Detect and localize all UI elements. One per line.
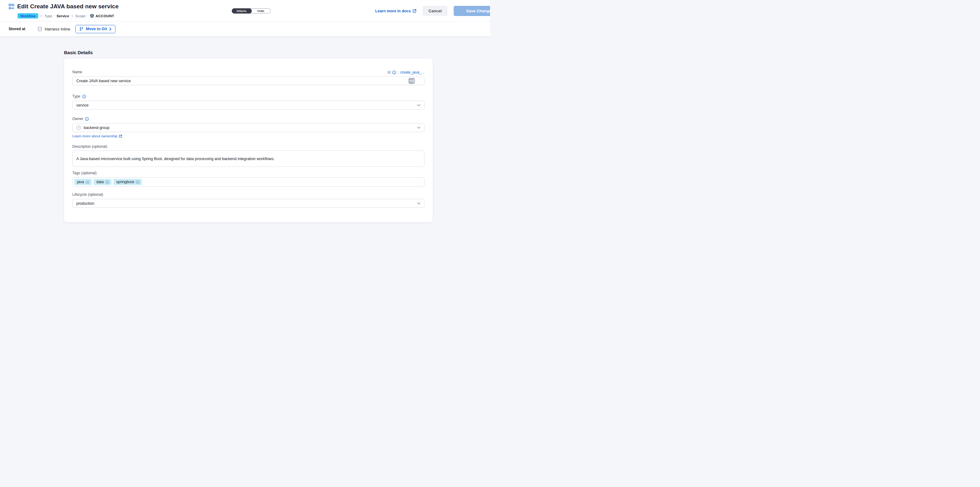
type-field-label: Type xyxy=(72,94,80,99)
lifecycle-label: Lifecycle (optional) xyxy=(72,192,425,197)
tag-chip-label: java xyxy=(77,180,84,184)
stored-at-label: Stored at xyxy=(9,27,25,31)
owner-field-label: Owner xyxy=(72,117,83,121)
tag-chip: java xyxy=(74,179,92,185)
chevron-down-icon xyxy=(417,202,420,204)
info-icon[interactable] xyxy=(82,94,86,99)
tab-yaml[interactable]: YAML xyxy=(251,8,271,14)
visual-yaml-toggle: VISUAL YAML xyxy=(232,8,271,14)
cancel-button[interactable]: Cancel xyxy=(423,6,447,16)
type-value: Service xyxy=(57,14,69,18)
workflow-badge: Workflow xyxy=(18,13,38,19)
tags-label: Tags (optional) xyxy=(72,170,425,175)
tags-input[interactable]: java data springboot xyxy=(72,177,425,186)
tag-chip: springboot xyxy=(113,179,142,185)
page-title: Edit Create JAVA based new service xyxy=(17,3,118,10)
type-label: Type : xyxy=(45,14,54,18)
tag-chip: data xyxy=(94,179,111,185)
move-to-git-label: Move to Git xyxy=(86,27,107,31)
description-value: A Java-based microservice built using Sp… xyxy=(76,157,275,161)
description-label: Description (optional) xyxy=(72,144,425,149)
owner-select[interactable]: ? backend-group xyxy=(72,123,425,132)
scope-label: Scope : xyxy=(75,14,88,18)
question-icon: ? xyxy=(76,125,81,130)
chevron-right-icon xyxy=(109,27,111,31)
save-changes-button[interactable]: Save Changes xyxy=(454,6,490,16)
info-icon[interactable] xyxy=(85,117,89,121)
name-label: Name xyxy=(72,70,82,75)
tab-visual[interactable]: VISUAL xyxy=(232,8,252,14)
description-textarea[interactable]: A Java-based microservice built using Sp… xyxy=(72,151,425,167)
name-input[interactable]: Create JAVA based new service xyxy=(72,76,425,85)
chevron-down-icon xyxy=(417,104,420,106)
external-link-icon xyxy=(119,135,122,138)
owner-select-value: backend-group xyxy=(84,126,109,130)
external-link-icon xyxy=(412,9,417,13)
layers-icon xyxy=(90,14,94,18)
ownership-link-label: Learn more about ownership xyxy=(72,134,117,138)
git-branch-icon xyxy=(80,27,83,31)
scope-value: ACCOUNT xyxy=(96,14,114,18)
workflow-edit-page: Edit Create JAVA based new service Workf… xyxy=(0,0,490,244)
remove-tag-icon[interactable] xyxy=(136,180,140,184)
edit-id-icon[interactable] xyxy=(409,78,415,84)
id-value[interactable]: create_java_... xyxy=(400,70,425,75)
lifecycle-select[interactable]: production xyxy=(72,199,425,208)
page-header: Edit Create JAVA based new service Workf… xyxy=(0,0,490,22)
storage-provider-label: Harness Inline xyxy=(45,27,70,32)
move-to-git-button[interactable]: Move to Git xyxy=(75,25,115,33)
id-separator: : xyxy=(398,70,399,75)
type-select[interactable]: service xyxy=(72,101,425,110)
learn-more-docs-link[interactable]: Learn more in docs xyxy=(375,9,417,13)
dot-separator xyxy=(72,15,73,17)
remove-tag-icon[interactable] xyxy=(86,180,89,184)
type-select-value: service xyxy=(76,103,89,107)
tag-chip-label: springboot xyxy=(116,180,134,184)
id-label: Id xyxy=(388,70,391,75)
inline-storage-icon xyxy=(38,27,42,32)
lifecycle-select-value: production xyxy=(76,201,94,205)
name-input-value: Create JAVA based new service xyxy=(76,79,131,83)
content-area: Basic Details Name Id : create_java_... xyxy=(0,36,490,244)
storage-bar: Stored at Harness Inline Move to Git xyxy=(0,22,490,36)
info-icon[interactable] xyxy=(392,70,396,75)
workflow-icon xyxy=(9,4,14,10)
ownership-link[interactable]: Learn more about ownership xyxy=(72,134,122,138)
chevron-down-icon xyxy=(417,127,420,129)
remove-tag-icon[interactable] xyxy=(105,180,109,184)
learn-more-docs-label: Learn more in docs xyxy=(375,9,410,13)
tag-chip-label: data xyxy=(96,180,104,184)
section-title: Basic Details xyxy=(64,50,93,55)
basic-details-card: Name Id : create_java_... Create JAVA xyxy=(64,59,433,222)
dot-separator xyxy=(41,15,42,17)
